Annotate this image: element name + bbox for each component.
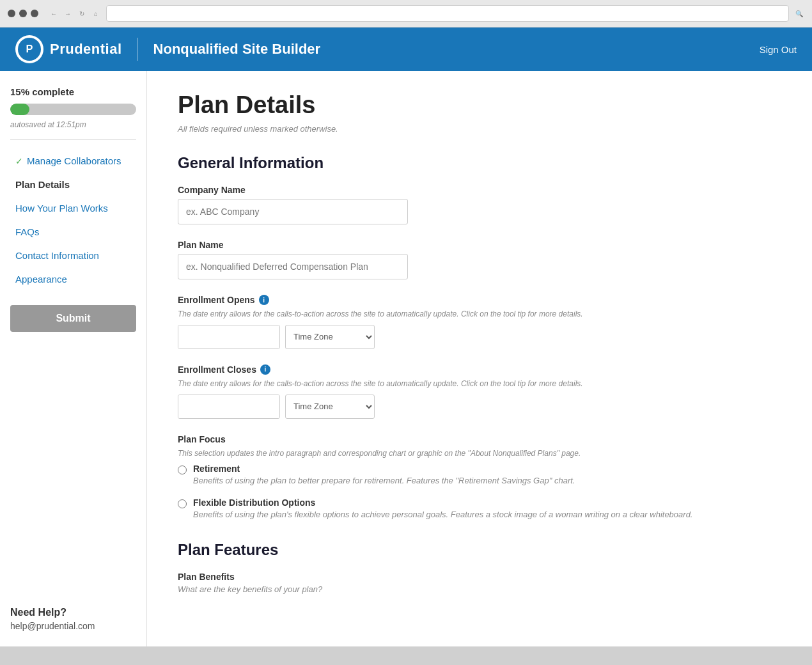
browser-url-input[interactable] bbox=[106, 5, 789, 22]
prudential-logo-icon: P bbox=[15, 35, 43, 63]
field-enrollment-opens: Enrollment Opens i The date entry allows… bbox=[178, 295, 781, 349]
radio-flexible-distribution-content: Flexible Distribution Options Benefits o… bbox=[193, 497, 692, 520]
enrollment-opens-desc: The date entry allows for the calls-to-a… bbox=[178, 309, 781, 320]
enrollment-opens-info-icon[interactable]: i bbox=[259, 295, 269, 305]
enrollment-opens-timezone-select[interactable]: Time Zone Eastern Central Mountain Pacif… bbox=[285, 325, 375, 349]
radio-flexible-distribution-desc: Benefits of using the plan's flexible op… bbox=[193, 509, 692, 520]
autosaved-text: autosaved at 12:51pm bbox=[10, 120, 136, 129]
browser-forward-btn[interactable]: → bbox=[63, 8, 73, 19]
sidebar-item-label: FAQs bbox=[15, 226, 40, 237]
sidebar-item-label: Appearance bbox=[15, 274, 67, 285]
enrollment-closes-info-icon[interactable]: i bbox=[260, 364, 270, 375]
enrollment-closes-label: Enrollment Closes i bbox=[178, 364, 781, 375]
header-logo: P Prudential bbox=[15, 35, 122, 63]
radio-flexible-distribution-label: Flexible Distribution Options bbox=[193, 497, 692, 508]
plan-name-input[interactable] bbox=[178, 254, 408, 279]
header-left: P Prudential Nonqualified Site Builder bbox=[15, 35, 320, 63]
submit-button[interactable]: Submit bbox=[10, 305, 136, 332]
plan-focus-desc: This selection updates the intro paragra… bbox=[178, 448, 781, 459]
radio-retirement[interactable] bbox=[178, 465, 187, 474]
header-divider bbox=[137, 38, 138, 61]
enrollment-closes-date-wrap: 📅 bbox=[178, 395, 280, 419]
enrollment-closes-date-input[interactable] bbox=[178, 395, 280, 418]
sidebar-item-contact-information[interactable]: Contact Information bbox=[10, 245, 136, 266]
browser-nav: ← → ↻ ⌂ bbox=[49, 8, 101, 19]
enrollment-opens-date-row: 📅 Time Zone Eastern Central Mountain Pac… bbox=[178, 325, 781, 349]
header-subtitle: Nonqualified Site Builder bbox=[153, 41, 321, 58]
sidebar: 15% complete autosaved at 12:51pm ✓ Mana… bbox=[0, 71, 147, 646]
plan-name-label: Plan Name bbox=[178, 240, 781, 250]
field-enrollment-closes: Enrollment Closes i The date entry allow… bbox=[178, 364, 781, 419]
page-subtitle: All fields required unless marked otherw… bbox=[178, 124, 781, 134]
field-plan-focus: Plan Focus This selection updates the in… bbox=[178, 434, 781, 520]
browser-dot-1 bbox=[8, 10, 15, 17]
enrollment-opens-date-wrap: 📅 bbox=[178, 325, 280, 349]
section-general-title: General Information bbox=[178, 154, 781, 172]
plan-focus-radio-group: Retirement Benefits of using the plan to… bbox=[178, 464, 781, 520]
browser-back-btn[interactable]: ← bbox=[49, 8, 59, 19]
section-features-title: Plan Features bbox=[178, 541, 781, 559]
sidebar-item-label: Plan Details bbox=[15, 179, 70, 190]
page-title: Plan Details bbox=[178, 91, 781, 119]
field-company-name: Company Name bbox=[178, 185, 781, 224]
browser-home-btn[interactable]: ⌂ bbox=[91, 8, 101, 19]
field-plan-name: Plan Name bbox=[178, 240, 781, 279]
progress-bar-fill bbox=[10, 104, 29, 115]
enrollment-closes-date-row: 📅 Time Zone Eastern Central Mountain Pac… bbox=[178, 395, 781, 419]
browser-dots bbox=[8, 10, 38, 17]
sidebar-item-faqs[interactable]: FAQs bbox=[10, 221, 136, 242]
enrollment-closes-desc: The date entry allows for the calls-to-a… bbox=[178, 379, 781, 389]
plan-benefits-label: Plan Benefits bbox=[178, 572, 781, 582]
radio-item-retirement: Retirement Benefits of using the plan to… bbox=[178, 464, 781, 487]
browser-dot-2 bbox=[19, 10, 27, 17]
sidebar-item-plan-details[interactable]: Plan Details bbox=[10, 174, 136, 195]
enrollment-opens-date-input[interactable] bbox=[178, 325, 280, 348]
svg-text:P: P bbox=[26, 43, 33, 54]
content-area: Plan Details All fields required unless … bbox=[147, 71, 812, 646]
sidebar-item-manage-collaborators[interactable]: ✓ Manage Collaborators bbox=[10, 150, 136, 171]
sidebar-help: Need Help? help@prudential.com bbox=[10, 586, 136, 631]
browser-search-icon: 🔍 bbox=[794, 8, 804, 19]
enrollment-closes-timezone-select[interactable]: Time Zone Eastern Central Mountain Pacif… bbox=[285, 395, 375, 419]
enrollment-opens-label: Enrollment Opens i bbox=[178, 295, 781, 305]
app-header: P Prudential Nonqualified Site Builder S… bbox=[0, 27, 812, 71]
sidebar-item-label: Manage Collaborators bbox=[27, 155, 121, 166]
app-wrapper: P Prudential Nonqualified Site Builder S… bbox=[0, 27, 812, 646]
radio-retirement-content: Retirement Benefits of using the plan to… bbox=[193, 464, 575, 487]
radio-retirement-desc: Benefits of using the plan to better pre… bbox=[193, 475, 575, 487]
browser-reload-btn[interactable]: ↻ bbox=[77, 8, 87, 19]
browser-dot-3 bbox=[31, 10, 38, 17]
sidebar-divider bbox=[10, 139, 136, 140]
header-brand-name: Prudential bbox=[50, 41, 122, 58]
help-title: Need Help? bbox=[10, 607, 136, 618]
plan-focus-label: Plan Focus bbox=[178, 434, 781, 444]
plan-benefits-desc: What are the key benefits of your plan? bbox=[178, 584, 781, 594]
browser-chrome: ← → ↻ ⌂ 🔍 bbox=[0, 0, 812, 27]
sidebar-item-label: Contact Information bbox=[15, 250, 99, 261]
sidebar-item-how-your-plan-works[interactable]: How Your Plan Works bbox=[10, 198, 136, 219]
progress-label: 15% complete bbox=[10, 86, 136, 97]
check-icon: ✓ bbox=[15, 156, 23, 166]
radio-retirement-label: Retirement bbox=[193, 464, 575, 474]
plan-features-section: Plan Features Plan Benefits What are the… bbox=[178, 541, 781, 594]
radio-flexible-distribution[interactable] bbox=[178, 499, 187, 508]
radio-item-flexible-distribution: Flexible Distribution Options Benefits o… bbox=[178, 497, 781, 520]
sidebar-item-appearance[interactable]: Appearance bbox=[10, 269, 136, 290]
signout-link[interactable]: Sign Out bbox=[760, 44, 797, 55]
field-plan-benefits: Plan Benefits What are the key benefits … bbox=[178, 572, 781, 594]
help-email: help@prudential.com bbox=[10, 621, 136, 631]
company-name-label: Company Name bbox=[178, 185, 781, 195]
sidebar-item-label: How Your Plan Works bbox=[15, 203, 108, 214]
sidebar-nav: ✓ Manage Collaborators Plan Details How … bbox=[10, 150, 136, 290]
company-name-input[interactable] bbox=[178, 199, 408, 224]
main-layout: 15% complete autosaved at 12:51pm ✓ Mana… bbox=[0, 71, 812, 646]
progress-bar-container bbox=[10, 104, 136, 115]
